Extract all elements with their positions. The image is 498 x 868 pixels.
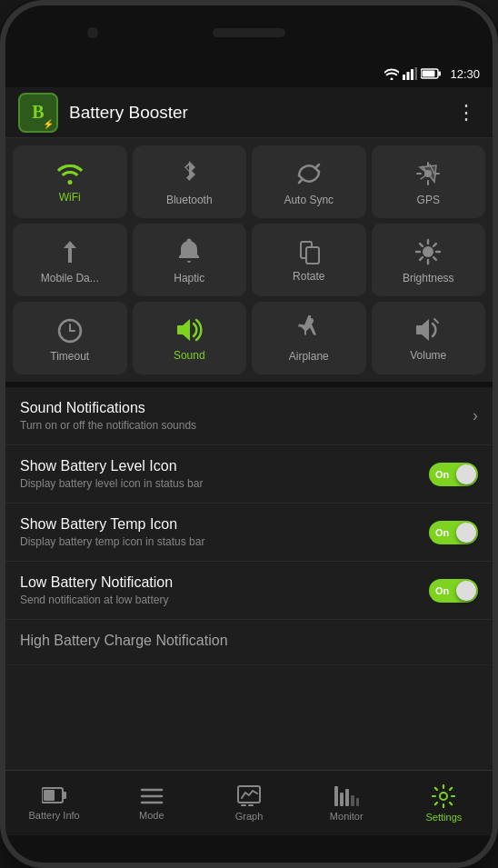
sound-notifications-arrow: › xyxy=(473,406,478,425)
low-battery-toggle[interactable]: On xyxy=(429,579,478,603)
gps-label: GPS xyxy=(417,194,440,206)
settings-list: Sound Notifications Turn on or off the n… xyxy=(5,387,493,770)
battery-info-nav[interactable]: Battery Info xyxy=(5,779,103,828)
haptic-label: Haptic xyxy=(174,272,204,284)
bluetooth-button[interactable]: Bluetooth xyxy=(133,145,247,218)
monitor-nav[interactable]: Monitor xyxy=(298,778,395,829)
low-battery-notification-title: Low Battery Notification xyxy=(20,574,173,591)
toggle-on-label-2: On xyxy=(435,527,449,538)
mode-nav[interactable]: Mode xyxy=(103,779,200,828)
svg-rect-0 xyxy=(403,75,405,80)
high-battery-notification-item[interactable]: High Battery Charge Notification xyxy=(5,620,493,665)
battery-info-label: Battery Info xyxy=(28,810,79,821)
battery-info-icon xyxy=(42,786,67,806)
svg-rect-3 xyxy=(415,67,418,80)
svg-point-39 xyxy=(440,793,447,800)
svg-rect-10 xyxy=(306,247,319,264)
bottom-navigation: Battery Info Mode xyxy=(5,770,493,835)
show-battery-temp-content: Show Battery Temp Icon Display battery t… xyxy=(20,516,204,548)
status-bar: 12:30 xyxy=(5,60,493,87)
high-battery-notification-title: High Battery Charge Notification xyxy=(20,633,228,649)
svg-rect-36 xyxy=(345,789,349,806)
phone-top-bar xyxy=(5,5,493,60)
toggle-track-3: On xyxy=(429,579,478,603)
low-battery-notification-content: Low Battery Notification Send notificati… xyxy=(20,574,173,606)
bluetooth-icon xyxy=(179,159,199,188)
haptic-icon xyxy=(174,237,204,266)
grid-row-1: WiFi Bluetooth xyxy=(13,145,485,218)
show-battery-level-title: Show Battery Level Icon xyxy=(20,458,203,474)
sound-button[interactable]: Sound xyxy=(133,302,247,374)
toggle-on-label-1: On xyxy=(435,469,449,480)
graph-icon xyxy=(237,785,261,807)
mobiledata-button[interactable]: Mobile Da... xyxy=(13,224,127,296)
toggle-on-label-3: On xyxy=(435,585,449,596)
brightness-button[interactable]: Brightness xyxy=(372,224,486,296)
autosync-button[interactable]: Auto Sync xyxy=(252,145,366,218)
sound-icon xyxy=(174,316,204,344)
svg-line-19 xyxy=(420,257,423,260)
sound-label: Sound xyxy=(174,349,205,362)
wifi-icon xyxy=(55,162,85,185)
timeout-button[interactable]: Timeout xyxy=(13,302,127,374)
wifi-button[interactable]: WiFi xyxy=(13,145,127,218)
svg-point-8 xyxy=(187,239,192,244)
haptic-button[interactable]: Haptic xyxy=(133,224,247,296)
show-battery-level-subtitle: Display battery level icon in status bar xyxy=(20,477,203,490)
svg-rect-26 xyxy=(44,790,55,801)
status-icons xyxy=(384,67,441,80)
settings-nav[interactable]: Settings xyxy=(395,777,493,830)
gps-icon xyxy=(413,159,443,188)
monitor-icon xyxy=(334,785,359,807)
mode-icon xyxy=(140,786,164,806)
gps-button[interactable]: GPS xyxy=(372,145,486,218)
front-camera xyxy=(87,27,98,38)
sound-notifications-title: Sound Notifications xyxy=(20,400,196,416)
wifi-status-icon xyxy=(384,67,399,80)
toggle-thumb-1 xyxy=(456,464,476,484)
mobiledata-icon xyxy=(57,237,83,266)
low-battery-notification-item[interactable]: Low Battery Notification Send notificati… xyxy=(5,562,493,620)
high-battery-notification-content: High Battery Charge Notification xyxy=(20,633,228,652)
phone-speaker xyxy=(213,28,285,37)
phone-shell: 12:30 B ⚡ Battery Booster ⋮ W xyxy=(0,0,498,868)
svg-line-18 xyxy=(433,244,436,246)
volume-label: Volume xyxy=(410,349,446,362)
timeout-icon xyxy=(55,315,85,344)
battery-status-icon xyxy=(421,68,441,79)
show-battery-temp-toggle[interactable]: On xyxy=(429,521,478,544)
svg-rect-34 xyxy=(334,786,338,806)
svg-rect-27 xyxy=(63,792,66,799)
status-time: 12:30 xyxy=(450,67,480,81)
show-battery-level-toggle[interactable]: On xyxy=(429,463,478,486)
svg-rect-38 xyxy=(356,798,359,806)
rotate-button[interactable]: Rotate xyxy=(252,224,366,296)
airplane-button[interactable]: Airplane xyxy=(252,302,366,374)
rotate-label: Rotate xyxy=(293,270,324,283)
monitor-label: Monitor xyxy=(330,811,364,822)
wifi-label: WiFi xyxy=(59,191,81,204)
app-icon: B ⚡ xyxy=(18,93,58,133)
sound-notifications-subtitle: Turn on or off the notification sounds xyxy=(20,419,196,432)
svg-line-17 xyxy=(433,257,436,260)
svg-rect-1 xyxy=(407,72,410,80)
mode-label: Mode xyxy=(139,810,164,821)
sound-notifications-item[interactable]: Sound Notifications Turn on or off the n… xyxy=(5,387,493,445)
show-battery-temp-item[interactable]: Show Battery Temp Icon Display battery t… xyxy=(5,504,493,562)
app-bar: B ⚡ Battery Booster ⋮ xyxy=(5,87,493,138)
settings-label: Settings xyxy=(426,812,463,823)
volume-button[interactable]: Volume xyxy=(372,302,486,374)
app-title: Battery Booster xyxy=(69,103,442,123)
toggle-thumb-2 xyxy=(456,523,476,543)
graph-label: Graph xyxy=(235,811,264,822)
airplane-label: Airplane xyxy=(289,350,329,363)
show-battery-level-item[interactable]: Show Battery Level Icon Display battery … xyxy=(5,445,493,504)
graph-nav[interactable]: Graph xyxy=(200,778,297,829)
bluetooth-label: Bluetooth xyxy=(166,194,213,206)
brightness-label: Brightness xyxy=(403,272,454,284)
grid-row-3: Timeout Sound xyxy=(13,302,485,374)
toggle-thumb-3 xyxy=(456,581,476,601)
autosync-icon xyxy=(294,159,324,188)
overflow-menu-button[interactable]: ⋮ xyxy=(453,97,480,128)
signal-icon xyxy=(403,67,417,80)
